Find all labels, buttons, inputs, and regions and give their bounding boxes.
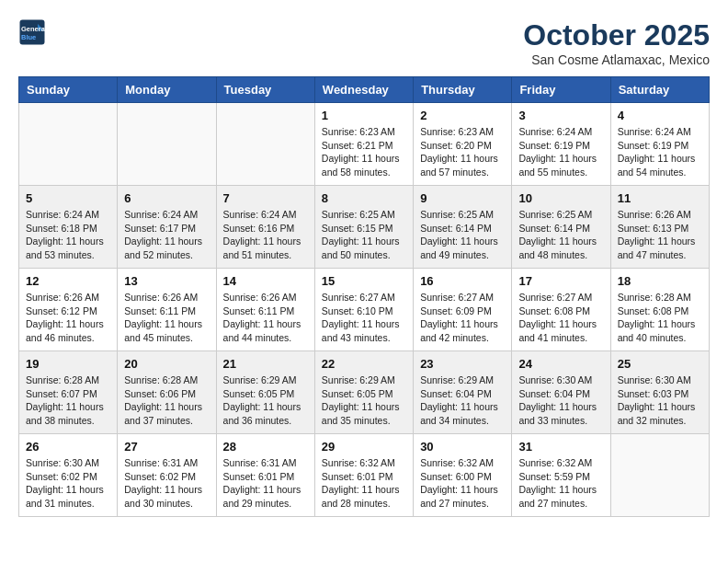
day-info: Sunrise: 6:23 AM Sunset: 6:21 PM Dayligh… (322, 125, 406, 179)
calendar-day-cell: 16Sunrise: 6:27 AM Sunset: 6:09 PM Dayli… (414, 269, 512, 351)
day-info: Sunrise: 6:30 AM Sunset: 6:03 PM Dayligh… (618, 373, 702, 428)
day-number: 29 (322, 440, 406, 454)
calendar-day-cell: 1Sunrise: 6:23 AM Sunset: 6:21 PM Daylig… (314, 103, 413, 186)
calendar-day-cell (216, 103, 314, 186)
weekday-header-wednesday: Wednesday (314, 77, 413, 103)
calendar-day-cell: 7Sunrise: 6:24 AM Sunset: 6:16 PM Daylig… (216, 186, 314, 269)
day-number: 10 (518, 191, 603, 205)
day-info: Sunrise: 6:27 AM Sunset: 6:08 PM Dayligh… (518, 291, 603, 345)
day-info: Sunrise: 6:26 AM Sunset: 6:13 PM Dayligh… (618, 208, 702, 262)
weekday-header-sunday: Sunday (19, 77, 118, 103)
calendar-day-cell: 31Sunrise: 6:32 AM Sunset: 5:59 PM Dayli… (512, 434, 610, 517)
weekday-header-saturday: Saturday (610, 77, 709, 103)
svg-text:Blue: Blue (21, 33, 36, 41)
calendar-day-cell: 12Sunrise: 6:26 AM Sunset: 6:12 PM Dayli… (19, 269, 118, 351)
calendar-day-cell: 20Sunrise: 6:28 AM Sunset: 6:06 PM Dayli… (118, 351, 216, 434)
day-number: 21 (223, 357, 308, 371)
calendar-day-cell: 10Sunrise: 6:25 AM Sunset: 6:14 PM Dayli… (512, 186, 610, 269)
day-info: Sunrise: 6:29 AM Sunset: 6:05 PM Dayligh… (322, 373, 406, 428)
calendar-day-cell: 19Sunrise: 6:28 AM Sunset: 6:07 PM Dayli… (19, 351, 118, 434)
day-info: Sunrise: 6:26 AM Sunset: 6:11 PM Dayligh… (223, 291, 308, 345)
day-info: Sunrise: 6:26 AM Sunset: 6:12 PM Dayligh… (26, 291, 110, 345)
day-info: Sunrise: 6:25 AM Sunset: 6:14 PM Dayligh… (518, 208, 603, 262)
day-number: 13 (124, 274, 209, 288)
weekday-header-thursday: Thursday (414, 77, 512, 103)
calendar-day-cell: 13Sunrise: 6:26 AM Sunset: 6:11 PM Dayli… (118, 269, 216, 351)
day-info: Sunrise: 6:24 AM Sunset: 6:18 PM Dayligh… (26, 208, 110, 262)
calendar-day-cell: 24Sunrise: 6:30 AM Sunset: 6:04 PM Dayli… (512, 351, 610, 434)
day-info: Sunrise: 6:27 AM Sunset: 6:10 PM Dayligh… (322, 291, 406, 345)
day-number: 6 (124, 191, 209, 205)
calendar-day-cell: 21Sunrise: 6:29 AM Sunset: 6:05 PM Dayli… (216, 351, 314, 434)
day-info: Sunrise: 6:24 AM Sunset: 6:19 PM Dayligh… (518, 125, 603, 179)
calendar-day-cell: 23Sunrise: 6:29 AM Sunset: 6:04 PM Dayli… (414, 351, 512, 434)
calendar-day-cell: 26Sunrise: 6:30 AM Sunset: 6:02 PM Dayli… (19, 434, 118, 517)
calendar-day-cell: 17Sunrise: 6:27 AM Sunset: 6:08 PM Dayli… (512, 269, 610, 351)
title-section: October 2025 San Cosme Atlamaxac, Mexico (523, 18, 710, 67)
calendar-day-cell: 6Sunrise: 6:24 AM Sunset: 6:17 PM Daylig… (118, 186, 216, 269)
day-info: Sunrise: 6:31 AM Sunset: 6:02 PM Dayligh… (124, 456, 209, 511)
day-number: 27 (124, 440, 209, 454)
calendar-day-cell: 8Sunrise: 6:25 AM Sunset: 6:15 PM Daylig… (314, 186, 413, 269)
day-number: 17 (518, 274, 603, 288)
day-number: 1 (322, 109, 406, 122)
day-info: Sunrise: 6:25 AM Sunset: 6:15 PM Dayligh… (322, 208, 406, 262)
calendar-day-cell: 5Sunrise: 6:24 AM Sunset: 6:18 PM Daylig… (19, 186, 118, 269)
calendar-week-row: 12Sunrise: 6:26 AM Sunset: 6:12 PM Dayli… (19, 269, 710, 351)
day-number: 24 (518, 357, 603, 371)
calendar-day-cell (118, 103, 216, 186)
day-number: 14 (223, 274, 308, 288)
day-number: 20 (124, 357, 209, 371)
day-info: Sunrise: 6:29 AM Sunset: 6:04 PM Dayligh… (420, 373, 505, 428)
calendar-day-cell: 22Sunrise: 6:29 AM Sunset: 6:05 PM Dayli… (314, 351, 413, 434)
day-number: 23 (420, 357, 505, 371)
day-number: 12 (26, 274, 110, 288)
day-info: Sunrise: 6:28 AM Sunset: 6:06 PM Dayligh… (124, 373, 209, 428)
month-title: October 2025 (523, 18, 710, 52)
calendar-day-cell: 18Sunrise: 6:28 AM Sunset: 6:08 PM Dayli… (610, 269, 709, 351)
day-info: Sunrise: 6:27 AM Sunset: 6:09 PM Dayligh… (420, 291, 505, 345)
svg-text:General: General (21, 25, 46, 33)
calendar-day-cell: 3Sunrise: 6:24 AM Sunset: 6:19 PM Daylig… (512, 103, 610, 186)
day-number: 4 (618, 109, 702, 122)
calendar-day-cell: 29Sunrise: 6:32 AM Sunset: 6:01 PM Dayli… (314, 434, 413, 517)
day-number: 2 (420, 109, 505, 122)
calendar-day-cell: 27Sunrise: 6:31 AM Sunset: 6:02 PM Dayli… (118, 434, 216, 517)
calendar-table: SundayMondayTuesdayWednesdayThursdayFrid… (18, 76, 710, 517)
day-number: 25 (618, 357, 702, 371)
day-number: 31 (518, 440, 603, 454)
weekday-header-tuesday: Tuesday (216, 77, 314, 103)
day-number: 15 (322, 274, 406, 288)
calendar-day-cell: 28Sunrise: 6:31 AM Sunset: 6:01 PM Dayli… (216, 434, 314, 517)
day-info: Sunrise: 6:26 AM Sunset: 6:11 PM Dayligh… (124, 291, 209, 345)
day-info: Sunrise: 6:24 AM Sunset: 6:19 PM Dayligh… (618, 125, 702, 179)
day-number: 7 (223, 191, 308, 205)
day-number: 19 (26, 357, 110, 371)
calendar-week-row: 1Sunrise: 6:23 AM Sunset: 6:21 PM Daylig… (19, 103, 710, 186)
logo-icon: General Blue (18, 18, 46, 46)
calendar-day-cell: 9Sunrise: 6:25 AM Sunset: 6:14 PM Daylig… (414, 186, 512, 269)
calendar-day-cell: 30Sunrise: 6:32 AM Sunset: 6:00 PM Dayli… (414, 434, 512, 517)
calendar-day-cell: 15Sunrise: 6:27 AM Sunset: 6:10 PM Dayli… (314, 269, 413, 351)
day-info: Sunrise: 6:32 AM Sunset: 5:59 PM Dayligh… (518, 456, 603, 511)
day-info: Sunrise: 6:30 AM Sunset: 6:02 PM Dayligh… (26, 456, 110, 511)
day-number: 30 (420, 440, 505, 454)
day-number: 5 (26, 191, 110, 205)
page-header: General Blue October 2025 San Cosme Atla… (18, 18, 710, 67)
weekday-header-friday: Friday (512, 77, 610, 103)
day-info: Sunrise: 6:28 AM Sunset: 6:08 PM Dayligh… (618, 291, 702, 345)
day-info: Sunrise: 6:24 AM Sunset: 6:16 PM Dayligh… (223, 208, 308, 262)
weekday-header-monday: Monday (118, 77, 216, 103)
calendar-day-cell (610, 434, 709, 517)
logo: General Blue (18, 18, 46, 46)
location: San Cosme Atlamaxac, Mexico (523, 52, 710, 67)
day-info: Sunrise: 6:23 AM Sunset: 6:20 PM Dayligh… (420, 125, 505, 179)
day-number: 26 (26, 440, 110, 454)
day-number: 3 (518, 109, 603, 122)
day-number: 8 (322, 191, 406, 205)
calendar-day-cell: 2Sunrise: 6:23 AM Sunset: 6:20 PM Daylig… (414, 103, 512, 186)
calendar-week-row: 5Sunrise: 6:24 AM Sunset: 6:18 PM Daylig… (19, 186, 710, 269)
day-info: Sunrise: 6:28 AM Sunset: 6:07 PM Dayligh… (26, 373, 110, 428)
day-number: 18 (618, 274, 702, 288)
day-info: Sunrise: 6:25 AM Sunset: 6:14 PM Dayligh… (420, 208, 505, 262)
